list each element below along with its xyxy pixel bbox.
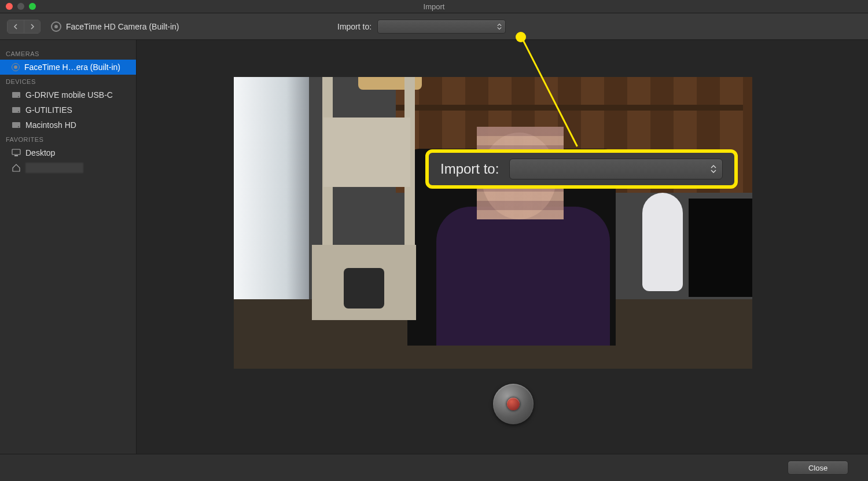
titlebar: Import bbox=[0, 0, 868, 13]
forward-button[interactable] bbox=[24, 20, 40, 33]
nav-buttons bbox=[7, 20, 41, 34]
import-to-group: Import to: bbox=[337, 20, 506, 34]
content bbox=[137, 40, 868, 454]
camera-title: FaceTime HD Camera (Built-in) bbox=[66, 22, 179, 31]
back-button[interactable] bbox=[8, 20, 24, 33]
hdd-icon bbox=[12, 120, 21, 130]
preview-scene bbox=[234, 77, 752, 369]
sidebar: CAMERAS FaceTime H…era (Built-in) DEVICE… bbox=[0, 40, 137, 454]
callout-popup[interactable] bbox=[509, 159, 723, 179]
import-to-label: Import to: bbox=[337, 22, 372, 31]
footer: Close bbox=[0, 454, 868, 481]
callout-label: Import to: bbox=[440, 161, 499, 177]
chevron-left-icon bbox=[13, 24, 19, 30]
svg-rect-2 bbox=[12, 107, 20, 113]
svg-point-5 bbox=[18, 126, 19, 127]
sidebar-item-desktop[interactable]: Desktop bbox=[0, 145, 136, 160]
sidebar-item-label: G-UTILITIES bbox=[25, 105, 72, 115]
close-button-label: Close bbox=[808, 464, 827, 472]
camera-ring-icon bbox=[51, 21, 61, 32]
hdd-icon bbox=[12, 105, 21, 115]
updown-arrows-icon bbox=[497, 23, 502, 30]
camera-heading: FaceTime HD Camera (Built-in) bbox=[51, 21, 179, 32]
sidebar-item-label-blurred bbox=[25, 163, 83, 173]
sidebar-item-device[interactable]: G-UTILITIES bbox=[0, 102, 136, 118]
svg-rect-7 bbox=[14, 155, 18, 156]
window-controls bbox=[0, 3, 36, 10]
annotation-leader-dot bbox=[516, 32, 526, 42]
sidebar-item-label: Macintosh HD bbox=[25, 120, 76, 130]
window-title: Import bbox=[424, 2, 445, 11]
section-title-cameras: CAMERAS bbox=[0, 47, 136, 60]
camera-preview bbox=[234, 77, 752, 369]
main: CAMERAS FaceTime H…era (Built-in) DEVICE… bbox=[0, 40, 868, 454]
svg-rect-4 bbox=[12, 122, 20, 128]
svg-rect-0 bbox=[12, 92, 20, 98]
sidebar-item-camera[interactable]: FaceTime H…era (Built-in) bbox=[0, 60, 136, 75]
updown-arrows-icon bbox=[711, 164, 716, 174]
sidebar-item-label: FaceTime H…era (Built-in) bbox=[24, 63, 120, 72]
home-icon bbox=[12, 163, 21, 172]
toolbar: FaceTime HD Camera (Built-in) Import to: bbox=[0, 13, 868, 40]
minimize-window-button[interactable] bbox=[17, 3, 24, 10]
svg-point-1 bbox=[18, 96, 19, 97]
camera-ring-icon bbox=[12, 63, 20, 71]
sidebar-item-device[interactable]: Macintosh HD bbox=[0, 118, 136, 133]
sidebar-item-label: Desktop bbox=[25, 148, 55, 157]
svg-rect-6 bbox=[12, 149, 20, 155]
sidebar-item-device[interactable]: G-DRIVE mobile USB-C bbox=[0, 87, 136, 102]
close-window-button[interactable] bbox=[6, 3, 13, 10]
sidebar-item-home[interactable] bbox=[0, 160, 136, 175]
svg-point-3 bbox=[18, 111, 19, 112]
zoom-window-button[interactable] bbox=[29, 3, 36, 10]
hdd-icon bbox=[12, 90, 21, 100]
record-button[interactable] bbox=[493, 384, 534, 424]
chevron-right-icon bbox=[30, 24, 35, 30]
desktop-icon bbox=[12, 148, 21, 157]
close-button[interactable]: Close bbox=[788, 461, 848, 475]
annotation-callout: Import to: bbox=[425, 149, 738, 189]
sidebar-item-label: G-DRIVE mobile USB-C bbox=[25, 90, 113, 100]
section-title-devices: DEVICES bbox=[0, 75, 136, 87]
section-title-favorites: FAVORITES bbox=[0, 133, 136, 145]
import-to-popup[interactable] bbox=[377, 20, 506, 34]
